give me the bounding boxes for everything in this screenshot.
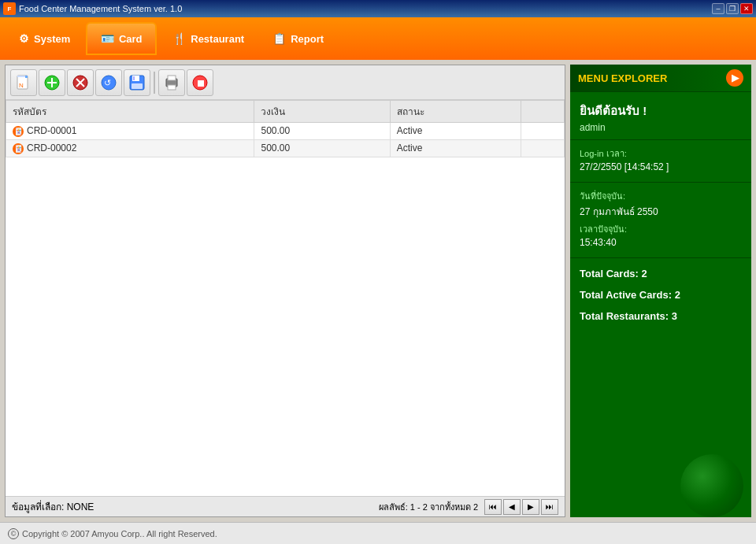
time-value: 15:43:40 — [580, 237, 742, 248]
tab-report-label: Report — [291, 33, 324, 45]
left-panel: N ↺ ⏹ — [5, 65, 565, 517]
main-area: N ↺ ⏹ — [0, 60, 756, 522]
date-section: วันที่ปัจจุบัน: 27 กุมภาพันธ์ 2550 เวลาป… — [570, 183, 751, 258]
svg-text:⏹: ⏹ — [196, 78, 206, 89]
svg-text:↺: ↺ — [104, 78, 111, 87]
new-button[interactable]: N — [10, 69, 37, 96]
row-icon: 🃏 — [13, 126, 24, 137]
arrow-button[interactable]: ▶ — [726, 69, 743, 87]
globe-area — [570, 454, 751, 517]
stop-button[interactable]: ⏹ — [187, 69, 213, 96]
cell-id: 🃏CRD-00001 — [6, 123, 254, 140]
svg-marker-1 — [25, 76, 28, 78]
app-icon: F — [3, 2, 16, 15]
svg-text:N: N — [19, 82, 24, 89]
cell-amount: 500.00 — [254, 123, 390, 140]
welcome-section: ยินดีต้อนรับ ! admin — [570, 92, 751, 140]
cell-status: Active — [390, 139, 521, 157]
svg-rect-18 — [168, 85, 176, 90]
tab-card-label: Card — [119, 33, 143, 45]
time-label: เวลาปัจจุบัน: — [580, 222, 742, 236]
stat-total-cards: Total Cards: 2 — [580, 268, 742, 279]
app-title: Food Center Management System ver. 1.0 — [19, 4, 182, 13]
cell-amount: 500.00 — [254, 139, 390, 157]
svg-rect-15 — [132, 83, 143, 89]
row-icon: 🃏 — [13, 143, 24, 154]
tab-report[interactable]: 📋 Report — [260, 22, 336, 55]
system-icon: ⚙ — [19, 32, 29, 45]
footer: © Copyright © 2007 Amyou Corp.. All righ… — [0, 522, 756, 544]
stat-restaurants: Total Restaurants: 3 — [580, 310, 742, 322]
globe-decoration — [680, 454, 743, 517]
pagination: ผลลัพธ์: 1 - 2 จากทั้งหมด 2 ⏮ ◀ ▶ ⏭ — [379, 499, 558, 515]
minimize-button[interactable]: – — [712, 3, 724, 14]
pagination-text: ผลลัพธ์: 1 - 2 จากทั้งหมด 2 — [379, 500, 478, 514]
restore-button[interactable]: ❐ — [726, 3, 739, 14]
table-row[interactable]: 🃏CRD-00001 500.00 Active — [6, 123, 565, 140]
menu-bar: ⚙ System 🪪 Card 🍴 Restaurant 📋 Report — [0, 17, 756, 60]
report-icon: 📋 — [272, 32, 286, 45]
col-header-extra — [521, 101, 565, 123]
selection-status: ข้อมูลที่เลือก: NONE — [12, 499, 94, 514]
title-bar: F Food Center Management System ver. 1.0… — [0, 0, 756, 17]
prev-page-button[interactable]: ◀ — [503, 499, 521, 515]
date-label: วันที่ปัจจุบัน: — [580, 189, 742, 203]
col-header-id: รหัสบัตร — [6, 101, 254, 123]
date-value: 27 กุมภาพันธ์ 2550 — [580, 204, 742, 219]
right-panel: MENU EXPLORER ▶ ยินดีต้อนรับ ! admin Log… — [570, 65, 751, 517]
data-table: รหัสบัตร วงเงิน สถานะ 🃏CRD-00001 500.00 … — [6, 100, 565, 496]
close-button[interactable]: ✕ — [740, 3, 753, 14]
tab-system[interactable]: ⚙ System — [6, 22, 83, 55]
title-bar-buttons: – ❐ ✕ — [712, 3, 753, 14]
cell-status: Active — [390, 123, 521, 140]
save-button[interactable] — [124, 69, 150, 96]
refresh-button[interactable]: ↺ — [95, 69, 122, 96]
copyright-icon: © — [8, 528, 19, 539]
svg-rect-2 — [17, 76, 25, 77]
menu-explorer-title: MENU EXPLORER — [578, 72, 667, 84]
login-label: Log-in เวลา: — [580, 146, 742, 161]
tab-card[interactable]: 🪪 Card — [86, 22, 157, 55]
tab-system-label: System — [34, 33, 70, 45]
menu-explorer-header: MENU EXPLORER ▶ — [570, 65, 751, 92]
delete-button[interactable] — [67, 69, 94, 96]
card-icon: 🪪 — [101, 32, 114, 45]
table-row[interactable]: 🃏CRD-00002 500.00 Active — [6, 139, 565, 157]
cell-extra — [521, 123, 565, 140]
first-page-button[interactable]: ⏮ — [484, 499, 502, 515]
cell-id: 🃏CRD-00002 — [6, 139, 254, 157]
tab-restaurant[interactable]: 🍴 Restaurant — [160, 22, 257, 55]
col-header-status: สถานะ — [390, 101, 521, 123]
svg-rect-17 — [168, 76, 176, 80]
status-bar: ข้อมูลที่เลือก: NONE ผลลัพธ์: 1 - 2 จากท… — [6, 496, 565, 516]
add-button[interactable] — [39, 69, 65, 96]
next-page-button[interactable]: ▶ — [522, 499, 539, 515]
login-time: 27/2/2550 [14:54:52 ] — [580, 161, 742, 172]
stats-section: Total Cards: 2 Total Active Cards: 2 Tot… — [570, 258, 751, 454]
toolbar: N ↺ ⏹ — [6, 65, 565, 100]
tab-restaurant-label: Restaurant — [191, 33, 244, 45]
stat-active-cards: Total Active Cards: 2 — [580, 289, 742, 301]
col-header-amount: วงเงิน — [254, 101, 390, 123]
print-button[interactable] — [158, 69, 185, 96]
footer-text: Copyright © 2007 Amyou Corp.. All right … — [22, 529, 217, 538]
title-bar-left: F Food Center Management System ver. 1.0 — [3, 2, 182, 15]
restaurant-icon: 🍴 — [172, 32, 186, 45]
welcome-title: ยินดีต้อนรับ ! — [580, 102, 742, 120]
cell-extra — [521, 139, 565, 157]
welcome-user: admin — [580, 122, 742, 133]
toolbar-separator — [154, 72, 155, 94]
login-section: Log-in เวลา: 27/2/2550 [14:54:52 ] — [570, 140, 751, 183]
svg-rect-14 — [133, 76, 135, 80]
last-page-button[interactable]: ⏭ — [541, 499, 558, 515]
